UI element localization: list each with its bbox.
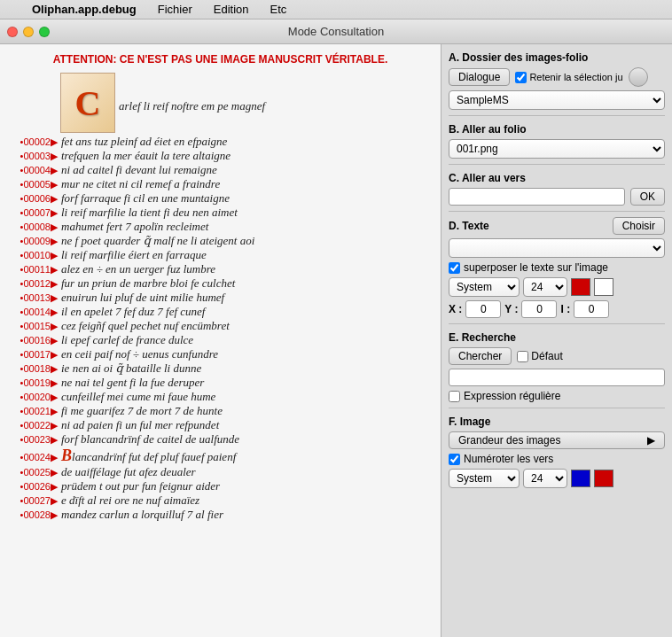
section-f-row: Grandeur des images ▶ (449, 431, 665, 449)
verse-text: forf farraque fi cil en une muntaigne (61, 191, 230, 206)
font-row: System 24 (449, 277, 665, 297)
numeroter-checkbox[interactable] (449, 454, 460, 465)
search-input[interactable] (449, 369, 665, 386)
section-e-label: E. Recherche (449, 331, 665, 344)
verse-number[interactable]: •00025▶ (9, 467, 58, 478)
verse-line: •00007▶li reif marfilie la tient fi deu … (9, 206, 432, 220)
bottom-color-red[interactable] (594, 470, 613, 487)
verse-number[interactable]: •00010▶ (9, 250, 58, 261)
verse-number[interactable]: •00005▶ (9, 179, 58, 190)
verse-line: •00002▶fet ans tuz pleinf ad éiet en efp… (9, 135, 432, 149)
texte-select[interactable] (449, 238, 665, 258)
manuscript-illumination: C (60, 73, 115, 133)
verse-number[interactable]: •00014▶ (9, 307, 58, 318)
toggle-circle[interactable] (629, 67, 648, 87)
menu-app-name[interactable]: Oliphan.app.debug (25, 1, 144, 18)
color-picker-red[interactable] (571, 278, 590, 296)
ok-button[interactable]: OK (630, 188, 665, 206)
verse-number[interactable]: •00019▶ (9, 377, 58, 389)
verse-line: •00026▶prüdem t out pur fun feignur aide… (9, 479, 432, 493)
menu-fichier[interactable]: Fichier (151, 1, 199, 18)
numeroter-label: Numéroter les vers (464, 453, 553, 465)
folio-select[interactable]: 001r.png (449, 139, 665, 159)
color-picker-white[interactable] (594, 278, 613, 296)
verse-line-first: arlef li reif noftre em pe magnef (119, 99, 265, 113)
defaut-checkbox[interactable] (517, 351, 528, 362)
verse-line: •00024▶Blancandrïnf fut def pluf fauef p… (9, 447, 432, 465)
maximize-button[interactable] (39, 27, 50, 37)
verse-line: •00004▶ni ad caitel fi devant lui remaig… (9, 163, 432, 177)
minimize-button[interactable] (23, 27, 34, 37)
expression-checkbox[interactable] (449, 391, 460, 402)
main-container: ATTENTION: CE N'EST PAS UNE IMAGE MANUSC… (0, 44, 672, 637)
section-e-row: Chercher Défaut (449, 347, 665, 365)
x-label: X : (449, 303, 462, 315)
verse-number[interactable]: •00002▶ (9, 136, 58, 148)
verse-number[interactable]: •00015▶ (9, 321, 58, 332)
verse-line: •00023▶forf blancandrïnf de caitel de ua… (9, 432, 432, 447)
verse-text: fet ans tuz pleinf ad éiet en efpaigne (61, 135, 227, 149)
superposer-checkbox[interactable] (449, 262, 460, 274)
verse-number[interactable]: •00027▶ (9, 495, 58, 507)
verse-line: •00006▶forf farraque fi cil en une munta… (9, 191, 432, 206)
verse-number[interactable]: •00016▶ (9, 335, 58, 346)
verse-number[interactable]: •00017▶ (9, 349, 58, 361)
verse-text: e dïft al rei ore ne nuf aimaïez (61, 493, 199, 508)
section-a-row1: Dialogue Retenir la sélection ju (449, 67, 665, 87)
verse-number[interactable]: •00004▶ (9, 165, 58, 176)
bottom-font-select[interactable]: System (449, 469, 520, 488)
verse-text: li epef carlef de france dulce (61, 333, 193, 347)
verse-number[interactable]: •00023▶ (9, 434, 58, 446)
verse-line: •00012▶fur un priun de marbre bloi fe cu… (9, 276, 432, 291)
verse-number[interactable]: •00011▶ (9, 264, 58, 276)
bottom-font-size-select[interactable]: 24 (523, 469, 567, 488)
verse-number[interactable]: •00008▶ (9, 221, 58, 233)
menu-edition[interactable]: Edition (207, 1, 256, 18)
verse-number[interactable]: •00026▶ (9, 481, 58, 493)
verse-text: ne nai tel gent fi la fue deruper (61, 376, 204, 390)
sample-ms-select[interactable]: SampleMS (449, 90, 665, 110)
close-button[interactable] (7, 27, 18, 37)
verse-number[interactable]: •00024▶ (9, 452, 58, 463)
verse-line: •00013▶enuirun lui pluf de uint milie hu… (9, 291, 432, 305)
verse-text: cez feigñf quel pechet nuf encümbret (61, 319, 230, 333)
verse-number[interactable]: •00007▶ (9, 207, 58, 219)
coord-row: X : Y : I : (449, 300, 665, 318)
chercher-button[interactable]: Chercher (449, 347, 512, 365)
i-input[interactable] (574, 300, 609, 318)
superposer-label: superposer le texte sur l'image (464, 261, 608, 274)
verse-text: alez en ÷ en un uerger fuz lumbre (61, 262, 215, 276)
vers-input[interactable] (449, 188, 625, 206)
bottom-color-blue[interactable] (571, 470, 590, 487)
verse-line: •00009▶ne f poet quarder q̃ malf ne li a… (9, 234, 432, 248)
verse-number[interactable]: •00003▶ (9, 151, 58, 162)
section-c-row: OK (449, 188, 665, 206)
i-label: I : (560, 303, 570, 315)
font-size-select[interactable]: 24 (523, 277, 567, 297)
verse-number[interactable]: •00013▶ (9, 292, 58, 304)
section-d-dropdown-row (449, 238, 665, 258)
menu-etc[interactable]: Etc (262, 1, 293, 18)
verse-text: enuirun lui pluf de uint milie humef (61, 291, 224, 305)
verse-number[interactable]: •00028▶ (9, 509, 58, 521)
verse-number[interactable]: •00012▶ (9, 278, 58, 290)
verse-number[interactable]: •00020▶ (9, 392, 58, 403)
verse-number[interactable]: •00006▶ (9, 193, 58, 205)
retenir-checkbox[interactable] (515, 72, 527, 83)
verse-number[interactable]: •00009▶ (9, 236, 58, 247)
verse-text: Blancandrïnf fut def pluf fauef paienf (61, 447, 236, 465)
verse-number[interactable]: •00021▶ (9, 406, 58, 417)
dialogue-button[interactable]: Dialogue (449, 68, 510, 86)
x-input[interactable] (465, 300, 501, 318)
grandeur-button[interactable]: Grandeur des images ▶ (449, 431, 665, 449)
y-input[interactable] (521, 300, 557, 318)
font-select[interactable]: System (449, 277, 520, 297)
grandeur-arrow: ▶ (647, 434, 655, 447)
verse-number[interactable]: •00022▶ (9, 420, 58, 431)
choisir-button[interactable]: Choisir (613, 217, 665, 235)
verse-number[interactable]: •00018▶ (9, 363, 58, 375)
verse-line: •00011▶alez en ÷ en un uerger fuz lumbre (9, 262, 432, 276)
section-d-label: D. Texte (449, 220, 489, 232)
verse-line: •00016▶li epef carlef de france dulce (9, 333, 432, 347)
section-b-label: B. Aller au folio (449, 123, 665, 136)
